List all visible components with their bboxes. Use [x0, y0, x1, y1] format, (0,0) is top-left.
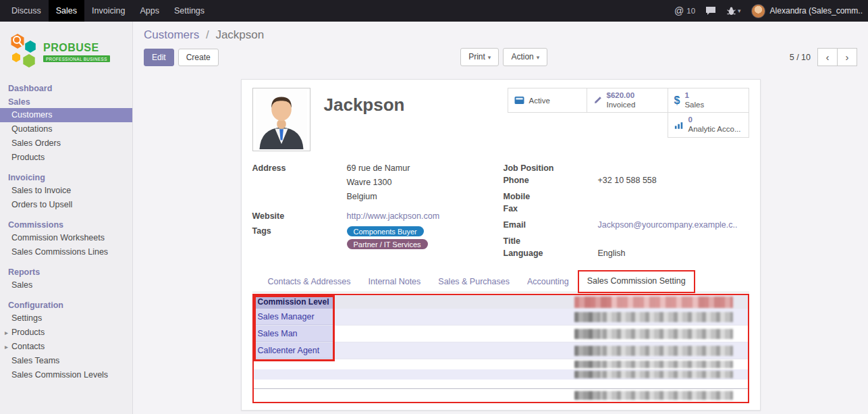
table-row[interactable]: Callcenter Agent	[254, 342, 748, 359]
create-button[interactable]: Create	[178, 49, 219, 66]
print-dropdown-button[interactable]: Print▾	[460, 48, 499, 66]
user-name: Alexandra (Sales_comm..	[770, 6, 863, 16]
commission-level-cell[interactable]: Sales Man	[254, 326, 334, 342]
sidebar-item-customers[interactable]: Customers	[0, 108, 132, 122]
action-dropdown-button[interactable]: Action▾	[503, 48, 547, 66]
partner-photo-image	[254, 90, 308, 149]
sidebar-heading-commissions[interactable]: Commissions	[0, 219, 132, 231]
logo-title: PROBUSE	[43, 42, 110, 54]
tab-sales-commission-setting[interactable]: Sales Commission Setting	[578, 270, 695, 293]
tab-accounting[interactable]: Accounting	[518, 271, 578, 292]
table-cell-redacted	[574, 342, 735, 359]
partner-name-title: Jackpson	[324, 95, 405, 151]
sidebar-item-quotations[interactable]: Quotations	[0, 122, 132, 136]
sidebar-item-sales-commissions-lines[interactable]: Sales Commissions Lines	[0, 245, 132, 259]
sidebar-item-sales-commission-levels[interactable]: Sales Commission Levels	[0, 368, 132, 382]
commission-level-column-header[interactable]: Commission Level	[254, 295, 334, 309]
email-link[interactable]: Jackpson@yourcompany.example.c..	[598, 220, 738, 230]
breadcrumb-current: Jackpson	[215, 28, 264, 41]
sidebar-heading-sales[interactable]: Sales	[0, 96, 132, 108]
commission-level-cell[interactable]: Sales Manager	[254, 309, 334, 325]
user-menu[interactable]: Alexandra (Sales_comm..	[751, 4, 863, 18]
tags-field-label: Tags	[252, 226, 347, 236]
tab-sales-purchases[interactable]: Sales & Purchases	[429, 271, 518, 292]
table-row[interactable]: Sales Manager	[254, 309, 748, 326]
partner-form-sheet: Active $620.00 Invoiced $	[241, 79, 761, 411]
pager-next-button[interactable]: ›	[837, 48, 857, 66]
table-cell-empty	[334, 309, 574, 325]
table-cell-redacted	[574, 309, 735, 325]
active-stat-label: Active	[529, 97, 550, 105]
sidebar-heading-reports[interactable]: Reports	[0, 266, 132, 278]
sidebar-item-orders-to-upsell[interactable]: Orders to Upsell	[0, 198, 132, 212]
redacted-value-block	[574, 346, 733, 356]
edit-button[interactable]: Edit	[144, 49, 174, 66]
sidebar-item-sales-teams[interactable]: Sales Teams	[0, 354, 132, 368]
address-line: 69 rue de Namur	[347, 163, 410, 173]
sales-stat-button[interactable]: $ 1 Sales	[668, 88, 749, 113]
website-link[interactable]: http://www.jackpson.com	[347, 211, 440, 221]
redacted-footer-block	[574, 391, 733, 400]
breadcrumb-customers-link[interactable]: Customers	[144, 28, 199, 41]
analytic-count-value: 0	[688, 115, 741, 125]
redacted-value-block	[574, 371, 733, 378]
form-view-container: Active $620.00 Invoiced $	[133, 72, 868, 414]
analytic-accounts-stat-button[interactable]: 0 Analytic Acco...	[668, 112, 749, 138]
tab-internal-notes[interactable]: Internal Notes	[359, 271, 429, 292]
mentions-counter[interactable]: @ 10	[674, 5, 695, 16]
menu-apps[interactable]: Apps	[132, 0, 167, 22]
address-line: Belgium	[347, 192, 410, 201]
website-field-label: Website	[252, 211, 347, 221]
probuse-logo: PROBUSE PROFESSIONAL BUSINESS	[0, 22, 132, 81]
sidebar-heading-invoicing[interactable]: Invoicing	[0, 172, 132, 184]
breadcrumb-separator: /	[206, 28, 209, 41]
table-cell-redacted	[574, 295, 735, 309]
pager-previous-button[interactable]: ‹	[817, 48, 838, 66]
partner-photo[interactable]	[252, 88, 310, 151]
tag-partner-it-services[interactable]: Partner / IT Services	[347, 239, 428, 249]
user-avatar	[751, 4, 765, 18]
menu-settings[interactable]: Settings	[167, 0, 212, 22]
table-spacer-row	[254, 380, 748, 388]
sidebar-heading-configuration[interactable]: Configuration	[0, 299, 132, 311]
chat-icon[interactable]	[705, 6, 716, 16]
commission-level-cell[interactable]: Callcenter Agent	[254, 342, 334, 359]
sales-count-label: Sales	[684, 101, 704, 110]
language-label: Language	[504, 249, 598, 258]
job-position-label: Job Position	[504, 163, 598, 173]
title-label: Title	[504, 236, 598, 246]
menu-invoicing[interactable]: Invoicing	[84, 0, 132, 22]
table-row-empty	[254, 369, 748, 380]
bar-chart-icon	[674, 121, 684, 130]
address-field-label: Address	[252, 163, 347, 173]
sidebar-item-sales-orders[interactable]: Sales Orders	[0, 136, 132, 151]
tab-contacts-addresses[interactable]: Contacts & Addresses	[259, 271, 360, 292]
sidebar-item-reports-sales[interactable]: Sales	[0, 278, 132, 292]
sales-count-value: 1	[684, 91, 704, 101]
table-cell-redacted	[574, 369, 735, 380]
menu-discuss[interactable]: Discuss	[4, 0, 49, 22]
tag-components-buyer[interactable]: Components Buyer	[347, 226, 424, 236]
table-footer-row	[254, 388, 748, 402]
sidebar-item-settings[interactable]: Settings	[0, 311, 132, 326]
active-stat-button[interactable]: Active	[508, 88, 587, 113]
table-cell-redacted	[574, 389, 735, 402]
sidebar-item-products[interactable]: Products	[0, 151, 132, 165]
debug-bug-icon[interactable]: ▾	[726, 6, 741, 16]
tags-field-value: Components Buyer Partner / IT Services	[347, 226, 428, 252]
menu-sales[interactable]: Sales	[49, 0, 84, 22]
sidebar-item-commission-worksheets[interactable]: Commission Worksheets	[0, 231, 132, 245]
address-field-value: 69 rue de Namur Wavre 1300 Belgium	[347, 163, 410, 206]
control-panel: Customers / Jackpson Edit Create Print▾ …	[133, 22, 868, 72]
sidebar-item-config-contacts[interactable]: ▸Contacts	[0, 340, 132, 354]
sidebar-heading-dashboard[interactable]: Dashboard	[0, 82, 132, 95]
sidebar-item-config-products[interactable]: ▸Products	[0, 326, 132, 340]
table-row[interactable]: Sales Man	[254, 326, 748, 342]
redacted-header-block	[574, 296, 733, 308]
invoiced-stat-button[interactable]: $620.00 Invoiced	[587, 88, 668, 113]
main-panel: Customers / Jackpson Edit Create Print▾ …	[133, 22, 868, 414]
sidebar-nav: Dashboard Sales Customers Quotations Sal…	[0, 82, 132, 382]
chevron-left-icon: ‹	[826, 51, 830, 63]
sidebar-item-sales-to-invoice[interactable]: Sales to Invoice	[0, 184, 132, 198]
caret-down-icon: ▾	[738, 7, 741, 14]
